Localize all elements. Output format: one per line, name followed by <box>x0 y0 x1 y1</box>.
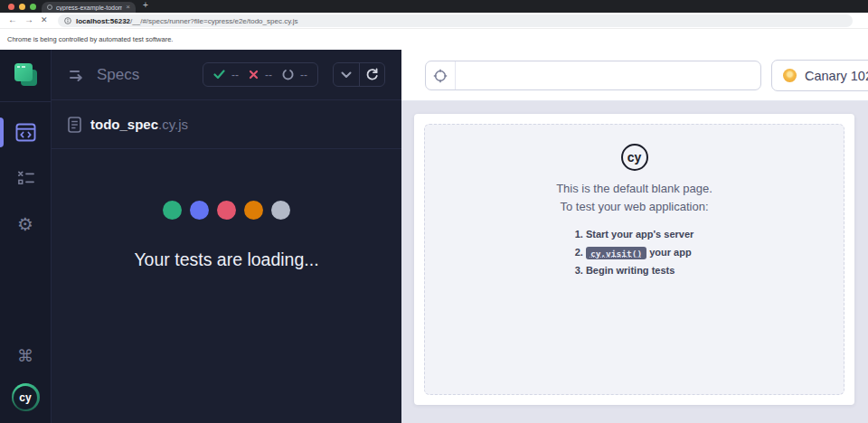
tab-favicon-icon <box>47 5 52 10</box>
passed-count: -- <box>231 69 239 81</box>
browser-select-button[interactable]: Canary 102 <box>771 60 868 91</box>
cypress-app-window: cypress-example-todomvc × + ← → ✕ localh… <box>0 0 868 423</box>
specs-panel-title: Specs <box>97 66 195 84</box>
sidebar-item-runs[interactable] <box>0 170 51 187</box>
blank-page-heading-1: This is the default blank page. <box>425 181 844 197</box>
specs-code-window-icon <box>15 123 36 142</box>
browser-toolbar: ← → ✕ localhost:56232/__/#/specs/runner?… <box>0 13 868 29</box>
automation-infobar: Chrome is being controlled by automated … <box>0 30 868 50</box>
spec-file-name: todo_spec.cy.js <box>90 117 188 133</box>
tab-close-icon[interactable]: × <box>126 4 130 11</box>
keyboard-shortcuts-button[interactable]: ⌘ <box>0 348 51 364</box>
blank-page-heading-2: To test your web application: <box>425 199 844 215</box>
chrome-canary-icon <box>783 69 797 82</box>
specs-panel: Specs -- -- -- <box>52 50 401 423</box>
cypress-logo-icon: cy <box>12 383 40 411</box>
loading-dots <box>52 201 401 220</box>
blank-page-card: cy This is the default blank page. To te… <box>414 114 854 405</box>
aut-panel: Canary 102 cy This is the default blank … <box>401 50 868 423</box>
step-1: 1. Start your app's server <box>575 228 694 242</box>
new-tab-button[interactable]: + <box>143 0 148 10</box>
blank-page-content: cy This is the default blank page. To te… <box>424 124 844 395</box>
aut-url-input[interactable] <box>456 61 760 89</box>
loading-dot <box>190 201 209 220</box>
maximize-window-button[interactable] <box>30 4 36 10</box>
cypress-logo-button[interactable]: cy <box>0 383 51 411</box>
address-bar[interactable]: localhost:56232/__/#/specs/runner?file=c… <box>58 14 853 27</box>
blank-page-steps: 1. Start your app's server 2. cy.visit()… <box>575 228 694 282</box>
tests-loading-section: Your tests are loading... <box>52 149 401 270</box>
aut-url-group <box>425 61 761 90</box>
url-host: localhost:56232 <box>76 17 130 25</box>
loading-dot <box>217 201 236 220</box>
loading-dot <box>271 201 290 220</box>
code-chip: cy.visit() <box>586 247 646 259</box>
back-button[interactable]: ← <box>8 14 17 24</box>
url-path: /__/#/specs/runner?file=cypress/e2e/todo… <box>130 17 298 25</box>
browser-select-label: Canary 102 <box>805 69 868 83</box>
project-icon <box>14 63 37 86</box>
spec-file-icon <box>68 117 81 133</box>
url-text: localhost:56232/__/#/specs/runner?file=c… <box>76 17 298 25</box>
cypress-runner-area: ⚙ ⌘ cy Specs <box>0 50 868 423</box>
refresh-icon <box>365 68 379 81</box>
collapse-all-button[interactable] <box>334 63 359 86</box>
specs-panel-header: Specs -- -- -- <box>52 50 401 100</box>
tab-title: cypress-example-todomvc <box>56 5 122 11</box>
passed-check-icon <box>213 70 225 80</box>
project-switcher-button[interactable] <box>0 63 51 86</box>
sidebar-divider <box>0 101 52 102</box>
forward-button[interactable]: → <box>24 14 33 24</box>
collapse-specs-list-icon[interactable] <box>68 67 86 83</box>
spec-row-todo-spec[interactable]: todo_spec.cy.js <box>52 100 401 149</box>
failed-count: -- <box>265 69 272 81</box>
test-results-icon <box>16 170 35 187</box>
cypress-blank-logo-icon: cy <box>621 144 648 171</box>
selector-playground-button[interactable] <box>426 61 456 89</box>
specs-actions <box>333 62 385 87</box>
refresh-specs-button[interactable] <box>359 63 384 86</box>
step-2: 2. cy.visit() your app <box>575 246 694 260</box>
minimize-window-button[interactable] <box>19 4 25 10</box>
sidebar-item-specs[interactable] <box>0 123 51 142</box>
browser-tab[interactable]: cypress-example-todomvc × <box>42 2 136 13</box>
stop-button[interactable]: ✕ <box>41 15 48 24</box>
aut-header: Canary 102 <box>401 50 868 101</box>
chevron-down-icon <box>341 71 352 79</box>
failed-x-icon <box>249 70 259 80</box>
site-info-icon[interactable] <box>64 17 71 24</box>
run-stats: -- -- -- <box>203 62 318 87</box>
loading-message: Your tests are loading... <box>52 249 401 270</box>
browser-tab-bar: cypress-example-todomvc × + <box>0 0 868 13</box>
pending-refresh-icon <box>282 69 294 80</box>
crosshair-icon <box>432 68 448 84</box>
gear-icon: ⚙ <box>17 215 33 233</box>
pending-count: -- <box>300 69 307 81</box>
command-icon: ⌘ <box>17 348 33 364</box>
loading-dot <box>163 201 182 220</box>
sidebar-item-settings[interactable]: ⚙ <box>0 215 51 233</box>
loading-dot <box>244 201 263 220</box>
sidebar: ⚙ ⌘ cy <box>0 50 52 423</box>
close-window-button[interactable] <box>8 4 14 10</box>
step-3: 3. Begin writing tests <box>575 264 694 278</box>
